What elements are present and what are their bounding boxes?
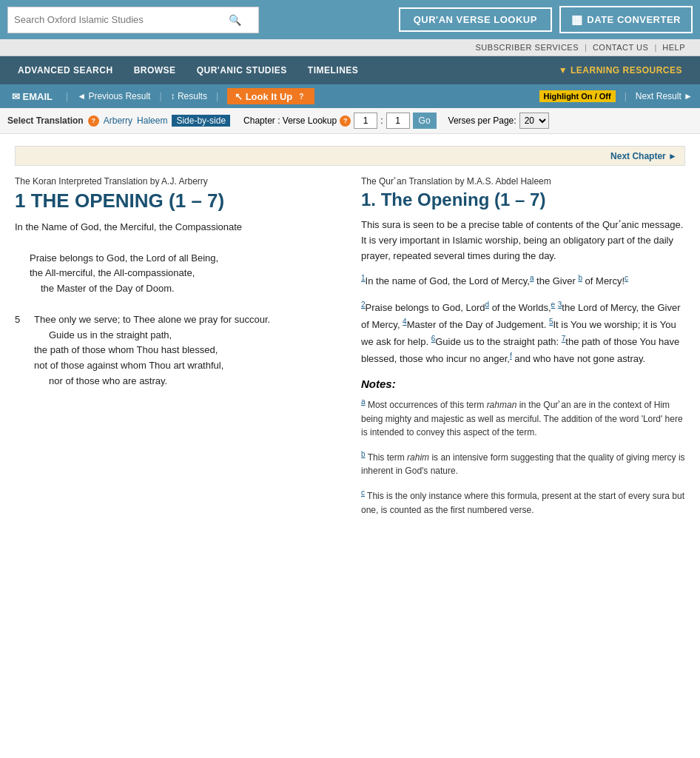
arberry-link[interactable]: Arberry: [104, 115, 132, 126]
nav-browse[interactable]: BROWSE: [124, 56, 186, 84]
right-verse-1: 1In the name of God, the Lord of Mercy,a…: [361, 272, 685, 289]
toolbar: ✉ EMAIL | ◄ Previous Result | ↕ Results …: [0, 84, 700, 108]
note-c: c This is the only instance where this f…: [361, 487, 685, 517]
nav-bar: ADVANCED SEARCH BROWSE QUR'ANIC STUDIES …: [0, 56, 700, 84]
results-link[interactable]: ↕ Results: [171, 91, 207, 101]
verses-per-page-select[interactable]: 20: [519, 113, 549, 129]
right-trans-label: The Qurʾan Translation by M.A.S. Abdel H…: [361, 176, 685, 187]
note-ref-d[interactable]: d: [485, 301, 489, 309]
verse-ref-7[interactable]: 7: [562, 335, 566, 343]
verse-line-1: Praise belongs to God, the Lord of all B…: [15, 251, 339, 266]
left-column: The Koran Interpreted Translation by A.J…: [15, 176, 339, 526]
right-intro-text: This sura is seen to be a precise table …: [361, 218, 685, 264]
select-translation-help-icon[interactable]: ?: [88, 115, 99, 127]
bismillah-text: In the Name of God, the Merciful, the Co…: [15, 221, 242, 232]
toolbar-divider: |: [625, 91, 627, 101]
date-converter-button[interactable]: ▦ DATE CONVERTER: [559, 6, 693, 33]
verse-ref-1[interactable]: 1: [361, 274, 366, 282]
select-translation-label: Select Translation: [7, 115, 84, 126]
verse-ref-2[interactable]: 2: [361, 301, 366, 309]
verse-lookup: Chapter : Verse Lookup ? : Go: [243, 113, 436, 129]
calculator-icon: ▦: [571, 13, 583, 27]
notes-heading: Notes:: [361, 378, 685, 390]
nav-quranic-studies[interactable]: QUR'ANIC STUDIES: [186, 56, 297, 84]
contact-us-link[interactable]: CONTACT US: [587, 43, 655, 52]
next-chapter-link[interactable]: Next Chapter ►: [610, 151, 677, 161]
note-b-ref[interactable]: b: [361, 450, 366, 458]
go-button[interactable]: Go: [413, 113, 437, 129]
right-chapter-title: 1. The Opening (1 – 7): [361, 190, 685, 210]
main-content: Next Chapter ► The Koran Interpreted Tra…: [0, 134, 700, 537]
verse-ref-6[interactable]: 6: [431, 335, 436, 343]
note-c-ref[interactable]: c: [361, 489, 365, 497]
verse-5-row: 5 Thee only we serve; to Thee alone we p…: [15, 312, 339, 389]
verse-input[interactable]: [386, 113, 410, 129]
note-a-ref[interactable]: a: [361, 398, 366, 406]
sub-header: SUBSCRIBER SERVICES | CONTACT US | HELP: [0, 39, 700, 56]
toolbar-divider: |: [159, 91, 161, 101]
verses-per-page-label: Verses per Page:: [448, 115, 516, 126]
chapter-input[interactable]: [354, 113, 377, 129]
note-ref-c[interactable]: c: [625, 274, 628, 282]
nav-advanced-search[interactable]: ADVANCED SEARCH: [7, 56, 124, 84]
left-verse-text: In the Name of God, the Merciful, the Co…: [15, 220, 339, 389]
help-link[interactable]: HELP: [656, 43, 691, 52]
chapter-verse-help-icon[interactable]: ?: [340, 115, 351, 127]
verses-per-page: Verses per Page: 20: [448, 113, 549, 129]
search-icon[interactable]: 🔍: [229, 14, 241, 26]
verse-ref-3[interactable]: 3: [558, 301, 562, 309]
left-chapter-title: 1 THE OPENING (1 – 7): [15, 190, 339, 212]
subscriber-services-link[interactable]: SUBSCRIBER SERVICES: [470, 43, 585, 52]
note-b: b This term rahim is an intensive form s…: [361, 449, 685, 478]
prev-result-link[interactable]: ◄ Previous Result: [77, 91, 150, 101]
verse-ref-4[interactable]: 4: [403, 318, 407, 326]
verse-ref-5[interactable]: 5: [549, 318, 553, 326]
search-input[interactable]: [14, 14, 229, 25]
email-button[interactable]: ✉ EMAIL: [7, 90, 57, 104]
top-header: 🔍 QUR'AN VERSE LOOKUP ▦ DATE CONVERTER: [0, 0, 700, 39]
note-ref-e[interactable]: e: [551, 301, 556, 309]
toolbar-divider: |: [66, 91, 68, 101]
note-ref-f[interactable]: f: [510, 352, 512, 360]
right-column: The Qurʾan Translation by M.A.S. Abdel H…: [361, 176, 685, 526]
right-verse-2: 2Praise belongs to God, Lordd of the Wor…: [361, 299, 685, 368]
toolbar-divider: |: [216, 91, 218, 101]
translation-bar: Select Translation ? Arberry Haleem Side…: [0, 108, 700, 134]
left-trans-label: The Koran Interpreted Translation by A.J…: [15, 176, 339, 187]
highlight-button[interactable]: Highlight On / Off: [539, 90, 616, 102]
nav-timelines[interactable]: TIMELINES: [297, 56, 369, 84]
note-a: a Most occurrences of this term rahman i…: [361, 396, 685, 440]
verse-line-3: the Master of the Day of Doom.: [15, 281, 339, 297]
look-it-up-button[interactable]: ↖ Look It Up ?: [227, 88, 314, 104]
side-by-side-active[interactable]: Side-by-side: [172, 115, 230, 127]
learning-resources-menu[interactable]: ▼ LEARNING RESOURCES: [548, 56, 693, 84]
verse-5-text: Thee only we serve; to Thee alone we pra…: [34, 312, 270, 389]
next-chapter-bar: Next Chapter ►: [15, 146, 685, 166]
two-column-layout: The Koran Interpreted Translation by A.J…: [15, 176, 685, 526]
quran-lookup-button[interactable]: QUR'AN VERSE LOOKUP: [399, 7, 552, 32]
haleem-link[interactable]: Haleem: [137, 115, 167, 126]
chapter-verse-label: Chapter : Verse Lookup: [243, 115, 337, 126]
next-result-link[interactable]: Next Result ►: [636, 91, 693, 101]
note-ref-b[interactable]: b: [578, 274, 582, 282]
search-box: 🔍: [7, 7, 259, 33]
note-ref-a[interactable]: a: [530, 274, 534, 282]
colon-separator: :: [380, 115, 383, 126]
look-it-up-help-icon[interactable]: ?: [295, 90, 307, 102]
verse-num-5: 5: [15, 312, 30, 389]
verse-line-2: the All-merciful, the All-compassionate,: [15, 266, 339, 281]
